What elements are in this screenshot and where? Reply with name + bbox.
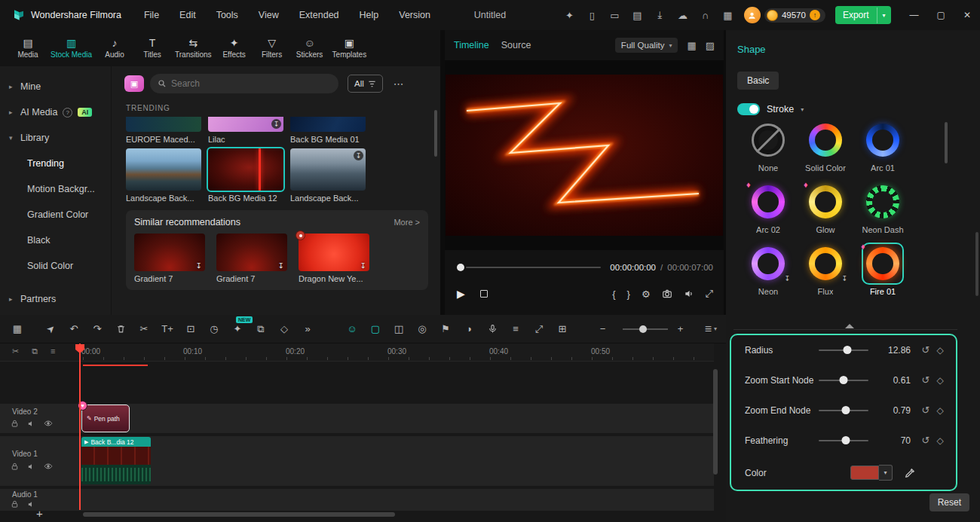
sidebar-item-ai-media[interactable]: ▸AI Media?AI — [0, 99, 111, 125]
stock-item-lilac[interactable]: ↧ Lilac — [208, 117, 283, 144]
tab-stickers[interactable]: ☺Stickers — [291, 30, 329, 66]
color-swatch[interactable] — [850, 466, 879, 480]
zoom-start-value[interactable]: 0.61 — [877, 375, 911, 386]
play-icon[interactable]: ▶ — [457, 288, 465, 300]
add-text-icon[interactable]: T+ — [159, 321, 176, 337]
zoom-in-icon[interactable]: + — [672, 321, 689, 337]
crop-icon[interactable]: ⊡ — [182, 321, 199, 337]
tab-stock-media[interactable]: ▥Stock Media — [47, 30, 96, 66]
menu-edit[interactable]: Edit — [179, 10, 196, 20]
playback-settings-icon[interactable]: ⚙ — [642, 288, 651, 300]
clip-pen-path[interactable]: ♥ ✎ Pen path — [81, 404, 130, 432]
timeline-horizontal-scrollbar[interactable] — [83, 512, 395, 517]
zoom-start-slider[interactable] — [819, 380, 868, 381]
panel-scrollbar[interactable] — [975, 232, 978, 296]
slider-knob[interactable] — [840, 376, 848, 384]
export-dropdown-icon[interactable]: ▾ — [877, 8, 891, 23]
track-options-icon[interactable]: ≡ — [51, 346, 55, 356]
plugin-icon[interactable]: ⧉ — [253, 321, 269, 337]
mark-in-icon[interactable]: { — [612, 288, 615, 300]
stroke-preset-arc-01[interactable]: Arc 01 — [854, 119, 911, 172]
clip-back-bg-media-12[interactable]: ▶Back B...dia 12 — [81, 437, 151, 484]
split-scissors-icon[interactable]: ✂ — [136, 321, 152, 337]
similar-item-gradient7-b[interactable]: ↧ Gradient 7 — [216, 234, 292, 283]
cloud-backup-icon[interactable]: ☁ — [676, 10, 689, 21]
mute-icon[interactable] — [27, 420, 35, 428]
mute-icon[interactable] — [27, 462, 35, 471]
promotion-gift-icon[interactable]: ✦ — [563, 10, 576, 21]
stroke-preset-flux[interactable]: ↧ Flux — [797, 243, 854, 296]
timeline-zoom-slider[interactable] — [623, 328, 668, 330]
download-icon[interactable]: ↧ — [354, 151, 363, 160]
mark-out-icon[interactable]: } — [627, 288, 630, 300]
zoom-out-icon[interactable]: − — [595, 321, 611, 337]
export-button[interactable]: Export ▾ — [835, 6, 891, 24]
eyedropper-icon[interactable] — [905, 468, 915, 478]
workspace-layout-icon[interactable]: ▦ — [721, 10, 734, 21]
timeline-vertical-scrollbar[interactable] — [713, 369, 718, 475]
tab-timeline-preview[interactable]: Timeline — [454, 40, 489, 50]
redo-icon[interactable]: ↷ — [89, 321, 106, 337]
more-link[interactable]: More > — [394, 218, 420, 227]
chevron-down-icon[interactable]: ▾ — [801, 106, 804, 113]
add-track-button[interactable]: + — [36, 507, 43, 520]
tab-audio[interactable]: ♪Audio — [96, 30, 133, 66]
stroke-preset-neon-dash[interactable]: Neon Dash — [854, 181, 911, 234]
delete-icon[interactable] — [112, 321, 129, 337]
media-panel-toggle-icon[interactable]: ▦ — [9, 321, 26, 337]
zoom-end-slider[interactable] — [819, 410, 868, 411]
fullscreen-icon[interactable]: ⤢ — [706, 288, 713, 300]
sidebar-item-gradient-color[interactable]: Gradient Color — [0, 202, 111, 227]
transform-icon[interactable]: ⤢ — [531, 321, 547, 337]
reset-property-icon[interactable]: ↺ — [918, 435, 933, 446]
stroke-preset-glow[interactable]: ♦ Glow — [797, 181, 854, 234]
marker-icon[interactable]: ⚑ — [437, 321, 454, 337]
split-at-playhead-icon[interactable]: ✂ — [12, 346, 19, 356]
keyframe-diamond-icon[interactable]: ◇ — [933, 435, 947, 446]
sidebar-item-mine[interactable]: ▸Mine — [0, 74, 111, 99]
collapse-caret-icon[interactable] — [845, 324, 854, 328]
menu-version[interactable]: Version — [399, 10, 430, 20]
stroke-toggle[interactable] — [737, 103, 760, 115]
reset-property-icon[interactable]: ↺ — [918, 374, 933, 386]
link-clips-icon[interactable]: ⧉ — [32, 346, 38, 356]
sidebar-item-trending[interactable]: Trending — [0, 151, 111, 176]
keyframe-diamond-icon[interactable]: ◇ — [933, 405, 947, 416]
account-avatar[interactable] — [744, 7, 761, 23]
maximize-icon[interactable]: ▢ — [937, 10, 945, 20]
sidebar-item-partners[interactable]: ▸Partners — [0, 286, 111, 312]
undo-icon[interactable]: ↶ — [66, 321, 82, 337]
hide-track-icon[interactable] — [44, 462, 53, 471]
speed-icon[interactable]: ◷ — [206, 321, 222, 337]
help-icon[interactable]: ? — [63, 108, 72, 118]
stroke-preset-none[interactable]: None — [740, 119, 797, 172]
lock-icon[interactable] — [11, 462, 19, 471]
stock-item-europe[interactable]: EUROPE Maced... — [126, 117, 201, 144]
slider-knob[interactable] — [841, 406, 850, 414]
stock-item-back-bg-12[interactable]: Back BG Media 12 — [208, 148, 283, 203]
mobile-transfer-icon[interactable]: ▯ — [586, 10, 599, 21]
more-tools-icon[interactable]: » — [299, 321, 316, 337]
menu-view[interactable]: View — [259, 10, 279, 20]
mute-icon[interactable] — [27, 500, 35, 508]
screen-recorder-icon[interactable]: ▭ — [608, 10, 621, 21]
search-input[interactable] — [171, 78, 331, 89]
timeline-playhead[interactable] — [79, 343, 81, 510]
coins-balance-pill[interactable]: 49570 ↑ — [764, 8, 825, 23]
snapshot-camera-icon[interactable] — [662, 288, 672, 299]
mask-icon[interactable]: ◑ — [461, 321, 477, 337]
more-options-icon[interactable]: ⋯ — [394, 78, 404, 90]
color-dropdown-icon[interactable]: ▾ — [879, 465, 893, 481]
similar-item-gradient7-a[interactable]: ↧ Gradient 7 — [134, 234, 210, 283]
sidebar-item-motion-background[interactable]: Motion Backgr... — [0, 176, 111, 202]
media-scrollbar[interactable] — [434, 110, 437, 157]
preview-viewport[interactable] — [445, 60, 724, 250]
feathering-slider[interactable] — [819, 440, 868, 441]
stock-item-back-bg-01[interactable]: Back BG Media 01 — [290, 117, 366, 144]
keyframe-diamond-icon[interactable]: ◇ — [933, 345, 947, 356]
reset-property-icon[interactable]: ↺ — [918, 344, 933, 356]
topup-arrow-icon[interactable]: ↑ — [810, 10, 820, 20]
menu-extended[interactable]: Extended — [299, 10, 339, 20]
menu-tools[interactable]: Tools — [216, 10, 238, 20]
multi-view-icon[interactable]: ▦ — [687, 40, 696, 51]
